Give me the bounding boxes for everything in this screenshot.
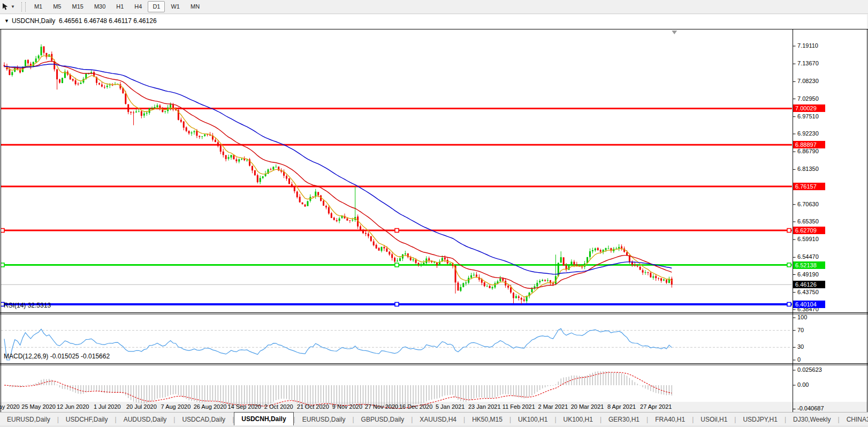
chart-tab-uk100-h1[interactable]: UK100,H1 [557, 414, 600, 426]
rsi-axis-tick: 70 [797, 327, 804, 333]
cursor-tool-button[interactable]: ▼ [0, 3, 17, 11]
price-axis-tick: 6.86790 [797, 148, 819, 154]
date-label: 6 May 2020 [0, 403, 20, 410]
chart-window[interactable]: ▼USDCNH,Daily 6.46561 6.46748 6.46117 6.… [0, 14, 867, 402]
chart-tab-bar: EURUSD,Daily|USDCHF,Daily|AUDUSD,Daily|U… [0, 412, 868, 426]
chart-tab-eurusd-daily[interactable]: EURUSD,Daily [295, 414, 353, 426]
chart-canvas[interactable] [0, 14, 868, 427]
date-label: 16 Dec 2020 [399, 403, 432, 410]
price-axis-tick: 7.13670 [797, 60, 819, 66]
date-label: 1 Jul 2020 [94, 403, 121, 410]
price-axis-tick: 6.70630 [797, 201, 819, 207]
timeframe-button-h4[interactable]: H4 [130, 1, 147, 12]
level-drag-handle[interactable] [395, 302, 399, 306]
price-axis-tick: 7.08230 [797, 78, 819, 84]
price-axis-tick: 6.92230 [797, 130, 819, 137]
chart-tab-fra40-h1[interactable]: FRA40,H1 [648, 414, 692, 426]
chart-ohlc-values: 6.46561 6.46748 6.46117 6.46126 [59, 17, 157, 25]
date-label: 21 Oct 2020 [297, 403, 329, 410]
date-label: 5 Jan 2021 [436, 403, 465, 410]
level-drag-handle[interactable] [1, 229, 4, 233]
price-axis-tick: 6.43750 [797, 289, 819, 295]
price-level-tag: 6.52138 [793, 261, 825, 269]
level-drag-handle[interactable] [1, 263, 4, 267]
timeframe-button-mn[interactable]: MN [186, 1, 204, 12]
macd-axis-tick: -0.040687 [797, 405, 824, 411]
price-level-tag: 6.88897 [793, 141, 825, 148]
timeframe-button-m15[interactable]: M15 [67, 1, 88, 12]
terminal-window: ▼ M1M5M15M30H1H4D1W1MN ▼USDCNH,Daily 6.4… [0, 0, 868, 427]
date-label: 7 Aug 2020 [161, 403, 191, 410]
price-level-tag: 7.00029 [793, 104, 825, 112]
chart-shift-marker [672, 31, 677, 34]
price-axis-tick: 6.97510 [797, 113, 819, 119]
ma-slow [4, 64, 672, 274]
price-axis-tick: 6.81350 [797, 166, 819, 172]
date-label: 12 Jun 2020 [57, 403, 89, 410]
chart-tab-hk50-m15[interactable]: HK50,M15 [465, 414, 509, 426]
date-label: 20 Jul 2020 [126, 403, 157, 410]
macd-axis-tick: 0.025623 [797, 366, 822, 373]
date-label: 9 Nov 2020 [332, 403, 362, 410]
cursor-pointer-icon [2, 3, 9, 11]
rsi-axis-tick: 30 [797, 343, 804, 350]
date-label: 2 Mar 2021 [538, 403, 568, 410]
chart-tab-xauusd-h4[interactable]: XAUUSD,H4 [413, 414, 463, 426]
timeframe-buttons: M1M5M15M30H1H4D1W1MN [29, 1, 205, 12]
rsi-axis-tick: 100 [797, 314, 807, 320]
timeframe-button-m1[interactable]: M1 [29, 1, 47, 12]
chart-tab-dj30-weekly[interactable]: DJ30,Weekly [786, 414, 837, 426]
chart-tab-usdcad-daily[interactable]: USDCAD,Daily [175, 414, 232, 426]
date-label: 14 Sep 2020 [227, 403, 261, 410]
collapse-triangle-icon[interactable]: ▼ [4, 18, 9, 24]
level-drag-handle[interactable] [395, 229, 399, 233]
price-level-tag: 6.46126 [793, 281, 825, 288]
chart-tab-uk100-h1[interactable]: UK100,H1 [511, 414, 554, 426]
chart-tab-usdjpy-h1[interactable]: USDJPY,H1 [736, 414, 784, 426]
level-drag-handle[interactable] [787, 302, 791, 306]
price-axis-tick: 6.54470 [797, 253, 819, 260]
price-level-tag: 6.76157 [793, 183, 825, 190]
macd-indicator-label: MACD(12,26,9) -0.015025 -0.015662 [4, 353, 110, 360]
timeframe-button-d1[interactable]: D1 [148, 1, 165, 12]
level-drag-handle[interactable] [395, 263, 399, 267]
date-label: 25 May 2020 [21, 403, 56, 410]
chart-tab-usdcnh-daily[interactable]: USDCNH,Daily [234, 412, 293, 426]
date-label: 11 Feb 2021 [502, 403, 535, 410]
chart-tab-ger30-h1[interactable]: GER30,H1 [601, 414, 646, 426]
rsi-indicator-label: RSI(14) 32.5313 [4, 302, 51, 309]
price-axis-tick: 6.59910 [797, 236, 819, 242]
timeframe-button-w1[interactable]: W1 [166, 1, 185, 12]
price-axis-tick: 6.49190 [797, 271, 819, 278]
chart-title: ▼USDCNH,Daily 6.46561 6.46748 6.46117 6.… [4, 17, 157, 25]
chart-tab-china300-h1[interactable]: CHINA300,H1 [840, 414, 868, 426]
level-drag-handle[interactable] [787, 263, 791, 267]
timeframe-button-m5[interactable]: M5 [48, 1, 66, 12]
price-level-tag: 6.40104 [793, 301, 825, 308]
rsi-axis-tick: 0 [797, 356, 801, 363]
timeframe-button-m30[interactable]: M30 [89, 1, 110, 12]
chart-tab-eurusd-daily[interactable]: EURUSD,Daily [0, 414, 57, 426]
chart-symbol-label: USDCNH,Daily [12, 17, 55, 25]
chart-tab-usoil-h1[interactable]: USOil,H1 [694, 414, 734, 426]
macd-axis-tick: 0.00 [797, 381, 809, 388]
price-level-tag: 6.62709 [793, 227, 825, 234]
chart-tab-gbpusd-daily[interactable]: GBPUSD,Daily [354, 414, 412, 426]
timeframe-button-h1[interactable]: H1 [111, 1, 128, 12]
toolbar-grip-handle[interactable] [21, 2, 26, 12]
price-axis-tick: 7.02950 [797, 95, 819, 102]
chevron-down-icon: ▼ [11, 4, 15, 9]
date-label: 26 Aug 2020 [194, 403, 227, 410]
timeframe-toolbar: ▼ M1M5M15M30H1H4D1W1MN [0, 0, 868, 14]
date-label: 2 Oct 2020 [264, 403, 293, 410]
level-drag-handle[interactable] [787, 229, 791, 233]
ma-mid [4, 61, 672, 288]
date-label: 27 Apr 2021 [640, 403, 672, 410]
date-label: 27 Nov 2020 [365, 403, 398, 410]
price-axis-tick: 6.65350 [797, 218, 819, 224]
price-axis-tick: 7.19110 [797, 42, 818, 49]
chart-tab-audusd-daily[interactable]: AUDUSD,Daily [117, 414, 174, 426]
chart-tab-usdchf-daily[interactable]: USDCHF,Daily [59, 414, 115, 426]
date-label: 23 Jan 2021 [468, 403, 501, 410]
date-label: 20 Mar 2021 [571, 403, 604, 410]
